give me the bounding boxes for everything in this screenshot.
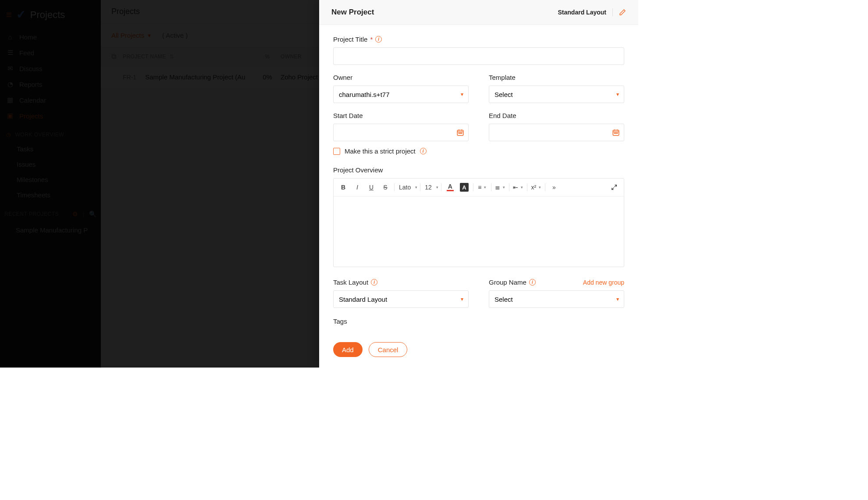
separator	[394, 183, 395, 191]
expand-button[interactable]	[608, 181, 620, 193]
end-date-input[interactable]	[489, 124, 624, 141]
text-color-button[interactable]: A	[444, 181, 456, 193]
drawer-header: New Project Standard Layout	[319, 0, 638, 25]
bold-button[interactable]: B	[337, 181, 349, 193]
task-layout-field: Task Layout i ▾	[333, 279, 469, 308]
superscript-button[interactable]: x²▾	[530, 181, 542, 193]
edit-icon[interactable]	[619, 9, 626, 16]
cancel-button[interactable]: Cancel	[369, 342, 408, 357]
owner-field: Owner ▾	[333, 74, 469, 103]
strict-project-checkbox-row[interactable]: Make this a strict project i	[333, 147, 469, 155]
add-new-group-link[interactable]: Add new group	[583, 279, 624, 286]
template-label: Template	[489, 74, 624, 81]
end-date-input-wrap[interactable]	[489, 124, 624, 141]
align-button[interactable]: ≡▾	[476, 181, 488, 193]
separator	[545, 183, 545, 191]
tags-label: Tags	[333, 318, 624, 325]
underline-button[interactable]: U	[365, 181, 377, 193]
end-date-field: End Date	[489, 112, 624, 155]
separator	[612, 8, 613, 16]
task-layout-label: Task Layout i	[333, 279, 469, 286]
project-title-label: Project Title* i	[333, 36, 624, 43]
group-name-label: Group Name	[489, 279, 526, 286]
template-value[interactable]	[489, 86, 624, 103]
checkbox[interactable]	[333, 148, 340, 155]
start-date-field: Start Date Make this a strict project i	[333, 112, 469, 155]
rte-textarea[interactable]	[334, 196, 624, 267]
rich-text-editor: B I U S Lato▾ 12▾ A A	[333, 178, 624, 267]
group-name-label-row: Group Name i Add new group	[489, 279, 624, 286]
info-icon[interactable]: i	[371, 279, 377, 286]
drawer-title: New Project	[331, 8, 374, 17]
add-button[interactable]: Add	[333, 342, 363, 357]
more-button[interactable]: »	[548, 181, 560, 193]
separator	[527, 183, 527, 191]
separator	[420, 183, 420, 191]
start-date-input-wrap[interactable]	[333, 124, 469, 141]
info-icon[interactable]: i	[529, 279, 536, 286]
list-button[interactable]: ≣▾	[494, 181, 506, 193]
owner-select[interactable]: ▾	[333, 86, 469, 103]
task-layout-select[interactable]: ▾	[333, 290, 469, 308]
template-select[interactable]: ▾	[489, 86, 624, 103]
strict-label: Make this a strict project	[345, 147, 416, 155]
overview-label: Project Overview	[333, 166, 624, 174]
drawer-footer: Add Cancel	[319, 337, 638, 368]
group-name-field: Group Name i Add new group ▾	[489, 279, 624, 308]
info-icon[interactable]: i	[420, 148, 427, 154]
highlight-color-button[interactable]: A	[458, 181, 470, 193]
drawer-body: Project Title* i Owner ▾ Template ▾	[319, 25, 638, 337]
separator	[473, 183, 473, 191]
font-family-select[interactable]: Lato▾	[397, 181, 417, 193]
template-field: Template ▾	[489, 74, 624, 103]
separator	[491, 183, 491, 191]
indent-button[interactable]: ⇤▾	[512, 181, 524, 193]
task-layout-value[interactable]	[333, 290, 469, 308]
owner-label: Owner	[333, 74, 469, 81]
new-project-drawer: New Project Standard Layout Project Titl…	[319, 0, 638, 368]
separator	[509, 183, 509, 191]
rte-toolbar: B I U S Lato▾ 12▾ A A	[334, 179, 624, 196]
font-size-select[interactable]: 12▾	[423, 181, 438, 193]
start-date-input[interactable]	[333, 124, 469, 141]
owner-value[interactable]	[333, 86, 469, 103]
layout-name[interactable]: Standard Layout	[558, 9, 606, 16]
end-date-label: End Date	[489, 112, 624, 119]
strikethrough-button[interactable]: S	[379, 181, 391, 193]
group-name-value[interactable]	[489, 290, 624, 308]
start-date-label: Start Date	[333, 112, 469, 119]
group-name-select[interactable]: ▾	[489, 290, 624, 308]
separator	[441, 183, 441, 191]
info-icon[interactable]: i	[375, 36, 382, 43]
italic-button[interactable]: I	[351, 181, 363, 193]
project-title-input[interactable]	[333, 47, 624, 65]
